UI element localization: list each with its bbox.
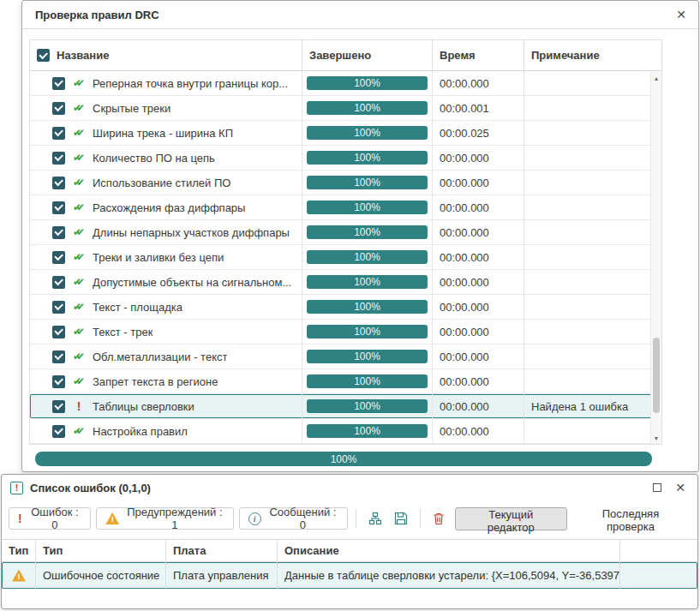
drc-rule-row[interactable]: ✔✔ Использование стилей ПО 100% 00:00.00… xyxy=(30,171,661,195)
rule-checkbox[interactable] xyxy=(52,77,65,90)
close-icon[interactable]: ✕ xyxy=(675,482,685,494)
rule-name: Обл.металлизации - текст xyxy=(93,350,227,363)
error-table-body: ! Ошибочное состояние Плата управления Д… xyxy=(2,562,697,589)
scrollbar-track[interactable] xyxy=(651,84,661,432)
rule-name: Длины непарных участков диффпары xyxy=(93,226,290,239)
error-list-toolbar: ! Ошибок : 0 ! Предупреждений : 1 i Сооб… xyxy=(2,500,697,536)
drc-rule-row[interactable]: ✔✔ Реперная точка внутри границы кор... … xyxy=(30,71,661,96)
delete-button[interactable] xyxy=(428,507,450,530)
rule-note xyxy=(524,96,661,120)
last-check-button[interactable]: Последняя проверка xyxy=(572,507,691,530)
column-header-name[interactable]: Название xyxy=(30,40,302,70)
scrollbar-thumb[interactable] xyxy=(653,338,660,413)
warnings-count-label: Предупреждений : 1 xyxy=(125,506,224,531)
group-by-button[interactable] xyxy=(364,507,386,530)
rule-status-icon: ✔✔ xyxy=(70,227,87,237)
scroll-down-arrow[interactable]: ▼ xyxy=(651,432,661,444)
rule-name: Использование стилей ПО xyxy=(93,177,230,189)
column-header-time[interactable]: Время xyxy=(433,40,524,70)
drc-rule-row[interactable]: ✔✔ Ширина трека - ширина КП 100% 00:00.0… xyxy=(30,121,661,146)
current-editor-button[interactable]: Текущий редактор xyxy=(455,507,567,530)
drc-rule-row[interactable]: ✔✔ Расхождения фаз диффпары 100% 00:00.0… xyxy=(30,195,661,220)
drc-rule-row[interactable]: ✔✔ Треки и заливки без цепи 100% 00:00.0… xyxy=(30,245,661,270)
column-header-severity[interactable]: Тип xyxy=(2,540,36,561)
drc-rule-row[interactable]: ✔✔ Текст - площадка 100% 00:00.000 xyxy=(30,295,661,320)
rule-checkbox[interactable] xyxy=(52,400,65,413)
error-empty-cell xyxy=(620,562,697,589)
rule-name-cell: ✔✔ Длины непарных участков диффпары xyxy=(30,220,302,244)
rule-progress-bar: 100% xyxy=(307,350,428,363)
column-header-note[interactable]: Примечание xyxy=(524,40,661,70)
vertical-scrollbar[interactable]: ▲ ▼ xyxy=(650,72,661,444)
scroll-up-arrow[interactable]: ▲ xyxy=(651,72,661,84)
rule-name: Текст - площадка xyxy=(93,301,182,314)
rule-name-cell: ✔✔ Расхождения фаз диффпары xyxy=(30,195,302,219)
rule-name: Треки и заливки без цепи xyxy=(93,251,224,264)
error-row[interactable]: ! Ошибочное состояние Плата управления Д… xyxy=(2,562,697,589)
rule-progress-cell: 100% xyxy=(302,146,433,170)
rule-progress-bar: 100% xyxy=(307,101,428,115)
rule-checkbox[interactable] xyxy=(52,102,65,115)
drc-rule-row[interactable]: ! Таблицы сверловки 100% 00:00.000 Найде… xyxy=(30,394,661,419)
column-header-empty xyxy=(620,540,697,561)
drc-titlebar: Проверка правил DRC ✕ xyxy=(22,1,698,29)
rule-note xyxy=(524,245,661,269)
rule-name: Текст - трек xyxy=(93,326,153,338)
rule-progress-bar: 100% xyxy=(307,76,428,90)
messages-count-button[interactable]: i Сообщений : 0 xyxy=(239,507,349,530)
column-header-completed[interactable]: Завершено xyxy=(302,40,433,70)
rule-checkbox[interactable] xyxy=(52,152,65,165)
rule-time: 00:00.000 xyxy=(433,220,524,244)
window-controls: ✕ xyxy=(653,482,685,494)
rule-status-icon: ✔✔ xyxy=(70,302,87,312)
maximize-icon[interactable] xyxy=(653,483,661,492)
rule-name-cell: ✔✔ Ширина трека - ширина КП xyxy=(30,121,302,145)
error-type: Ошибочное состояние xyxy=(36,562,166,589)
drc-rule-row[interactable]: ✔✔ Настройка правил 100% 00:00.000 xyxy=(30,419,661,444)
messages-count-label: Сообщений : 0 xyxy=(267,506,339,531)
rule-checkbox[interactable] xyxy=(52,177,65,189)
rule-checkbox[interactable] xyxy=(52,276,65,289)
rule-time: 00:00.001 xyxy=(433,96,524,120)
close-icon[interactable]: ✕ xyxy=(676,9,686,21)
error-list-titlebar: ! Список ошибок (0,1,0) ✕ xyxy=(2,475,697,500)
rule-progress-bar: 100% xyxy=(307,250,428,264)
rule-checkbox[interactable] xyxy=(52,251,65,264)
rule-progress-cell: 100% xyxy=(302,369,433,393)
rule-progress-cell: 100% xyxy=(302,195,433,219)
toolbar-separator xyxy=(356,509,356,528)
drc-rule-row[interactable]: ✔✔ Допустимые объекты на сигнальном... 1… xyxy=(30,270,661,295)
rule-checkbox[interactable] xyxy=(52,350,65,363)
rule-checkbox[interactable] xyxy=(52,425,65,438)
errors-count-button[interactable]: ! Ошибок : 0 xyxy=(9,507,91,530)
rule-name: Расхождения фаз диффпары xyxy=(93,201,245,214)
drc-rule-row[interactable]: ✔✔ Длины непарных участков диффпары 100%… xyxy=(30,220,661,245)
column-header-description[interactable]: Описание xyxy=(278,540,620,561)
drc-rule-row[interactable]: ✔✔ Текст - трек 100% 00:00.000 xyxy=(30,320,661,344)
drc-rule-row[interactable]: ✔✔ Запрет текста в регионе 100% 00:00.00… xyxy=(30,369,661,394)
rule-name-cell: ✔✔ Допустимые объекты на сигнальном... xyxy=(30,270,302,294)
drc-rule-row[interactable]: ✔✔ Количество ПО на цепь 100% 00:00.000 xyxy=(30,146,661,171)
rule-status-icon: ✔✔ xyxy=(70,78,87,88)
rule-name-cell: ✔✔ Скрытые треки xyxy=(30,96,302,120)
save-button[interactable] xyxy=(391,507,412,530)
column-header-board[interactable]: Плата xyxy=(166,540,278,561)
rule-progress-label: 100% xyxy=(354,152,380,164)
error-table-header: Тип Тип Плата Описание xyxy=(2,539,697,562)
rule-checkbox[interactable] xyxy=(52,201,65,214)
rule-checkbox[interactable] xyxy=(52,326,65,338)
rule-status-icon: ✔✔ xyxy=(70,426,87,436)
column-header-type[interactable]: Тип xyxy=(36,540,166,561)
rule-checkbox[interactable] xyxy=(52,375,65,388)
hierarchy-icon xyxy=(368,512,382,525)
rule-time: 00:00.000 xyxy=(433,245,524,269)
select-all-checkbox[interactable] xyxy=(37,49,50,62)
drc-rule-row[interactable]: ✔✔ Обл.металлизации - текст 100% 00:00.0… xyxy=(30,344,661,369)
warnings-count-button[interactable]: ! Предупреждений : 1 xyxy=(96,507,233,530)
rule-status-icon: ✔✔ xyxy=(70,128,87,138)
rule-progress-bar: 100% xyxy=(307,176,428,189)
rule-checkbox[interactable] xyxy=(52,127,65,140)
rule-checkbox[interactable] xyxy=(52,301,65,314)
rule-checkbox[interactable] xyxy=(52,226,65,239)
drc-rule-row[interactable]: ✔✔ Скрытые треки 100% 00:00.001 xyxy=(30,96,661,121)
